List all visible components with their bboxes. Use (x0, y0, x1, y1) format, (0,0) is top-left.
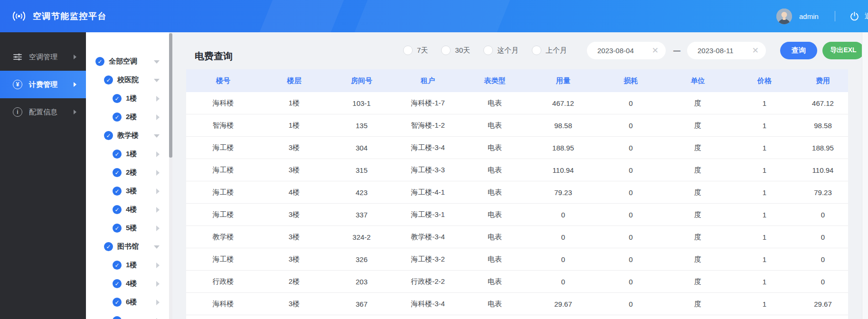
table-cell: 2楼 (260, 277, 328, 286)
query-button[interactable]: 查询 (780, 42, 817, 59)
clear-date-to-icon[interactable]: ✕ (752, 47, 759, 55)
table-cell: 203 (328, 278, 395, 286)
radio-button-icon[interactable] (441, 46, 451, 55)
table-cell: 324-2 (328, 233, 395, 241)
check-circle-icon[interactable]: ✓ (113, 187, 122, 196)
tree-item-partial-14[interactable]: ✓ (86, 311, 169, 319)
export-excel-button[interactable]: 导出EXL (822, 42, 864, 59)
tree-item-2楼[interactable]: ✓2楼 (86, 163, 169, 182)
caret-down-icon[interactable] (154, 60, 160, 64)
tree-item-4楼[interactable]: ✓4楼 (86, 200, 169, 219)
table-cell: 电表 (461, 143, 529, 152)
table-cell: 度 (664, 121, 731, 130)
quick-range-option-1[interactable]: 30天 (441, 46, 470, 55)
table-cell: 98.58 (798, 122, 848, 130)
table-cell: 1 (731, 211, 798, 219)
table-cell: 0 (798, 255, 848, 263)
caret-right-icon[interactable] (156, 170, 160, 176)
table-cell: 智海楼 (186, 121, 260, 130)
check-circle-icon[interactable]: ✓ (113, 316, 122, 319)
caret-right-icon[interactable] (156, 263, 160, 268)
caret-right-icon[interactable] (156, 151, 160, 157)
caret-right-icon[interactable] (156, 207, 160, 213)
chevron-right-icon (74, 82, 76, 87)
radio-button-icon[interactable] (403, 46, 413, 55)
check-circle-icon[interactable]: ✓ (113, 279, 122, 288)
sidebar-item-ac-management[interactable]: 空调管理 (0, 43, 86, 71)
check-circle-icon[interactable]: ✓ (95, 57, 104, 66)
caret-down-icon[interactable] (154, 134, 160, 138)
tree-item-1楼[interactable]: ✓1楼 (86, 256, 169, 274)
table-cell: 0 (597, 255, 664, 263)
quick-range-option-2[interactable]: 这个月 (483, 46, 519, 55)
table-cell: 315 (328, 166, 395, 174)
table-cell: 0 (798, 233, 848, 241)
tree-item-4楼[interactable]: ✓4楼 (86, 274, 169, 293)
quick-range-group: 7天30天这个月上个月 (403, 46, 580, 55)
tree-item-图书馆[interactable]: ✓图书馆 (86, 237, 169, 256)
clear-date-from-icon[interactable]: ✕ (652, 47, 659, 55)
caret-right-icon[interactable] (156, 300, 160, 305)
tree-item-label: 1楼 (126, 94, 137, 103)
check-circle-icon[interactable]: ✓ (113, 261, 122, 270)
tree-item-1楼[interactable]: ✓1楼 (86, 89, 169, 108)
caret-right-icon[interactable] (156, 225, 160, 231)
table-cell: 0 (529, 211, 597, 219)
date-to-input[interactable]: 2023-08-11 ✕ (687, 42, 766, 59)
sidebar-item-config-info[interactable]: i配置信息 (0, 98, 86, 126)
tree-scrollbar-thumb[interactable] (169, 33, 172, 158)
table-cell: 度 (664, 166, 731, 175)
table-cell: 海工楼-3-4 (395, 143, 461, 152)
check-circle-icon[interactable]: ✓ (113, 150, 122, 159)
table-cell: 0 (597, 144, 664, 152)
table-cell: 0 (597, 122, 664, 130)
caret-right-icon[interactable] (156, 281, 160, 287)
radio-button-icon[interactable] (532, 46, 541, 55)
user-avatar[interactable] (776, 9, 792, 24)
check-circle-icon[interactable]: ✓ (104, 242, 113, 251)
user-name[interactable]: admin (799, 12, 819, 20)
date-from-input[interactable]: 2023-08-04 ✕ (587, 42, 666, 59)
column-header: 价格 (731, 76, 798, 85)
check-circle-icon[interactable]: ✓ (113, 224, 122, 233)
table-row: 教学楼3楼324-2教学楼-3-4电表00度10 (186, 226, 848, 248)
table-cell: 海工楼 (186, 166, 260, 175)
check-circle-icon[interactable]: ✓ (104, 131, 113, 140)
caret-right-icon[interactable] (156, 188, 160, 194)
date-from-value[interactable]: 2023-08-04 (597, 47, 652, 55)
tree-item-教学楼[interactable]: ✓教学楼 (86, 126, 169, 145)
tree-item-全部空调[interactable]: ✓全部空调 (86, 52, 169, 71)
tree-item-2楼[interactable]: ✓2楼 (86, 108, 169, 126)
tree-item-校医院[interactable]: ✓校医院 (86, 71, 169, 89)
check-circle-icon[interactable]: ✓ (113, 205, 122, 214)
date-to-value[interactable]: 2023-08-11 (698, 47, 752, 55)
caret-down-icon[interactable] (154, 245, 160, 249)
logout-button[interactable]: 退出 (849, 11, 868, 21)
check-circle-icon[interactable]: ✓ (113, 94, 122, 103)
table-cell: 0 (597, 211, 664, 219)
tree-item-6楼[interactable]: ✓6楼 (86, 293, 169, 311)
tree-item-1楼[interactable]: ✓1楼 (86, 145, 169, 163)
logout-label[interactable]: 退出 (865, 12, 868, 21)
caret-right-icon[interactable] (156, 114, 160, 120)
radio-button-icon[interactable] (483, 46, 493, 55)
power-icon[interactable] (849, 11, 859, 21)
table-cell: 337 (328, 211, 395, 219)
sidebar-item-billing-management[interactable]: ¥计费管理 (0, 71, 86, 98)
table-cell: 1 (731, 278, 798, 286)
table-cell: 度 (664, 300, 731, 309)
tree-item-5楼[interactable]: ✓5楼 (86, 219, 169, 237)
quick-range-option-3[interactable]: 上个月 (532, 46, 567, 55)
check-circle-icon[interactable]: ✓ (104, 75, 113, 84)
tree-item-3楼[interactable]: ✓3楼 (86, 182, 169, 200)
check-circle-icon[interactable]: ✓ (113, 298, 122, 307)
caret-right-icon[interactable] (156, 96, 160, 102)
table-cell: 度 (664, 277, 731, 286)
quick-range-option-0[interactable]: 7天 (403, 46, 428, 55)
check-circle-icon[interactable]: ✓ (113, 168, 122, 177)
caret-down-icon[interactable] (154, 79, 160, 82)
quick-range-label: 7天 (417, 46, 428, 55)
table-cell: 304 (328, 144, 395, 152)
check-circle-icon[interactable]: ✓ (113, 113, 122, 122)
table-row: 海工楼4楼423海工楼-4-1电表79.230度179.23 (186, 181, 848, 204)
